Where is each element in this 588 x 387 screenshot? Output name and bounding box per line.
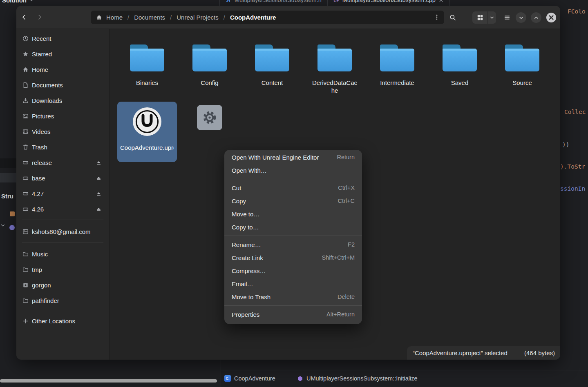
- code-fragment: ).ToStr: [560, 163, 585, 170]
- folder-tile-source[interactable]: Source: [492, 41, 552, 99]
- menu-item-compress[interactable]: Compress…: [224, 264, 362, 277]
- menu-item-create-link[interactable]: Create LinkShift+Ctrl+M: [224, 251, 362, 264]
- folder-icon: [192, 44, 227, 74]
- path-bar[interactable]: Home/Documents/Unreal Projects/CoopAdven…: [91, 11, 444, 24]
- sidebar-item-base[interactable]: base: [18, 170, 107, 186]
- breadcrumb-item-coopadventure[interactable]: CoopAdventure: [230, 14, 276, 21]
- folder-tile-content[interactable]: Content: [242, 41, 302, 99]
- sidebar-item-pictures[interactable]: Pictures: [18, 108, 107, 124]
- breadcrumb-item-documents[interactable]: Documents: [134, 14, 165, 21]
- selection-status-text: “CoopAdventure.uproject” selected: [413, 349, 508, 356]
- menu-item-accel: Delete: [338, 294, 355, 300]
- eject-icon: [96, 206, 102, 212]
- editor-tab-multiplayersessionssubsystem-h[interactable]: .HMultiplayerSessionsSubsystem.h: [219, 0, 327, 6]
- breadcrumb-item-home[interactable]: Home: [106, 14, 123, 21]
- menu-item-move-to-trash[interactable]: Move to TrashDelete: [224, 290, 362, 303]
- menu-item-copy[interactable]: CopyCtrl+C: [224, 194, 362, 207]
- chevron-down-icon[interactable]: [0, 223, 5, 228]
- sidebar-item-release[interactable]: release: [18, 155, 107, 170]
- eject-button[interactable]: [96, 160, 102, 166]
- view-toggle: [472, 11, 496, 24]
- menu-item-open-with[interactable]: Open With…: [224, 164, 362, 177]
- back-button[interactable]: [18, 11, 30, 23]
- menu-item-properties[interactable]: PropertiesAlt+Return: [224, 308, 362, 321]
- hamburger-icon: [504, 14, 510, 21]
- solution-selector[interactable]: Solution: [2, 0, 34, 6]
- eject-button[interactable]: [96, 191, 102, 197]
- folder-icon: [505, 44, 539, 74]
- menu-item-copy-to[interactable]: Copy to…: [224, 220, 362, 234]
- menu-item-label: Cut: [232, 185, 333, 191]
- menu-item-rename[interactable]: Rename…F2: [224, 238, 362, 251]
- places-sidebar: RecentStarredHomeDocumentsDownloadsPictu…: [16, 29, 110, 360]
- minimize-button[interactable]: [516, 12, 526, 23]
- folder-tile-saved[interactable]: Saved: [430, 41, 490, 99]
- sidebar-item-starred[interactable]: Starred: [18, 46, 107, 62]
- selection-status-detail: (464 bytes): [524, 349, 555, 356]
- menu-item-accel: Shift+Ctrl+M: [322, 254, 355, 261]
- menu-item-label: Move to…: [232, 211, 355, 218]
- drive-icon: [22, 160, 29, 166]
- file-browser: BinariesConfigContentDerivedDataCacheInt…: [110, 29, 560, 360]
- grid-view-button[interactable]: [472, 14, 487, 21]
- statusbar-symbol[interactable]: UMultiplayerSessionsSubsystem::Initializ…: [297, 375, 418, 382]
- file-tile-coopadventure-uproject[interactable]: CoopAdventure.uproject: [117, 102, 177, 162]
- sidebar-item-home[interactable]: Home: [18, 62, 107, 77]
- close-button[interactable]: [546, 12, 557, 23]
- sidebar-item-music[interactable]: Music: [18, 246, 107, 262]
- selection-status: “CoopAdventure.uproject” selected (464 b…: [407, 346, 560, 360]
- view-options-button[interactable]: [488, 15, 496, 20]
- menu-item-cut[interactable]: CutCtrl+X: [224, 181, 362, 194]
- sidebar-item-gorgon[interactable]: gorgon: [18, 277, 107, 293]
- menu-item-open-with-unreal-engine-editor[interactable]: Open With Unreal Engine EditorReturn: [224, 151, 362, 164]
- sidebar-item-documents[interactable]: Documents: [18, 77, 107, 93]
- folder-tile-binaries[interactable]: Binaries: [117, 41, 177, 99]
- editor-tabs: .HMultiplayerSessionsSubsystem.hC+Multip…: [219, 0, 450, 6]
- sidebar-item-trash[interactable]: Trash: [18, 139, 107, 155]
- folder-tile-deriveddatacache[interactable]: DerivedDataCache: [305, 41, 364, 99]
- eject-button[interactable]: [96, 175, 102, 181]
- screen: Solution .HMultiplayerSessionsSubsystem.…: [0, 0, 588, 387]
- solution-label: Solution: [2, 0, 27, 4]
- sidebar-item-kshots80-gmail-com[interactable]: kshots80@gmail.com: [18, 224, 107, 239]
- menu-item-label: Open With…: [232, 167, 355, 174]
- sidebar-item-pathfinder[interactable]: pathfinder: [18, 293, 107, 308]
- sidebar-item-other-locations[interactable]: Other Locations: [18, 313, 107, 329]
- main-menu-button[interactable]: [501, 11, 513, 24]
- sidebar-item-recent[interactable]: Recent: [18, 31, 107, 46]
- sidebar-item-videos[interactable]: Videos: [18, 124, 107, 139]
- document-icon: [22, 82, 29, 88]
- close-tab-icon[interactable]: [438, 0, 444, 3]
- breadcrumb: Home/Documents/Unreal Projects/CoopAdven…: [106, 14, 276, 21]
- menu-separator: [224, 305, 362, 306]
- menu-separator: [224, 236, 362, 236]
- statusbar-project[interactable]: C: CoopAdventure: [224, 375, 275, 382]
- sidebar-item-4-26[interactable]: 4.26: [18, 201, 107, 217]
- folder-tile-intermediate[interactable]: Intermediate: [367, 41, 427, 99]
- editor-tab-multiplayersessionssubsystem-cpp[interactable]: C+MultiplayerSessionsSubsystem.cpp: [327, 0, 450, 6]
- menu-item-accel: Ctrl+X: [338, 185, 355, 191]
- eject-button[interactable]: [96, 206, 102, 212]
- forward-button[interactable]: [34, 11, 46, 23]
- sidebar-item-4-27[interactable]: 4.27: [18, 186, 107, 201]
- ide-tree-row[interactable]: [0, 173, 16, 182]
- search-button[interactable]: [447, 11, 459, 24]
- menu-item-move-to[interactable]: Move to…: [224, 207, 362, 220]
- menu-item-email[interactable]: Email…: [224, 277, 362, 290]
- maximize-button[interactable]: [531, 12, 541, 23]
- sidebar-item-label: Music: [32, 251, 103, 258]
- folder-tile-config[interactable]: Config: [180, 41, 239, 99]
- path-menu-button[interactable]: [434, 14, 441, 21]
- sidebar-item-tmp[interactable]: tmp: [18, 262, 107, 277]
- menu-item-label: Move to Trash: [232, 294, 333, 300]
- horizontal-scrollbar[interactable]: [0, 379, 217, 383]
- sidebar-item-label: Home: [32, 66, 103, 73]
- image-icon: [22, 113, 29, 119]
- gear-file-icon: [197, 105, 222, 130]
- back-icon: [21, 14, 27, 20]
- ide-tree-row[interactable]: [0, 158, 16, 168]
- sidebar-item-downloads[interactable]: Downloads: [18, 93, 107, 108]
- h-file-icon: .H: [226, 0, 232, 3]
- project-icon: C:: [224, 375, 231, 382]
- breadcrumb-item-unreal-projects[interactable]: Unreal Projects: [177, 14, 219, 21]
